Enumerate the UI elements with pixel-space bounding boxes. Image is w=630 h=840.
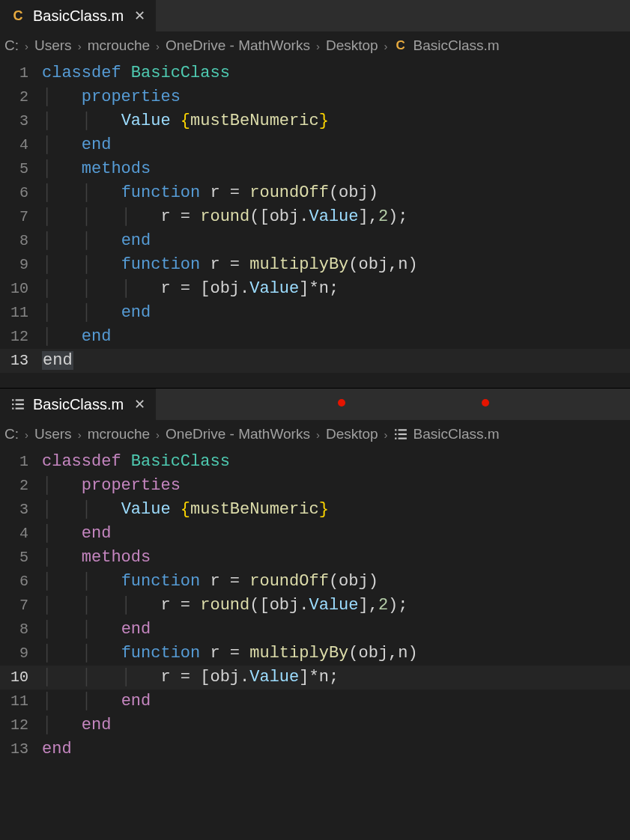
code-text[interactable]: │ │ │ r = round([obj.Value],2); bbox=[42, 205, 408, 229]
line-number[interactable]: 7 bbox=[0, 594, 42, 618]
code-text[interactable]: │ │ function r = roundOff(obj) bbox=[42, 570, 378, 594]
code-text[interactable]: classdef BasicClass bbox=[42, 61, 230, 85]
code-line[interactable]: 4│ end bbox=[0, 133, 630, 157]
line-number[interactable]: 10 bbox=[0, 277, 42, 301]
line-number[interactable]: 2 bbox=[0, 85, 42, 109]
code-text[interactable]: │ │ function r = roundOff(obj) bbox=[42, 181, 378, 205]
code-line[interactable]: 11│ │ end bbox=[0, 301, 630, 325]
code-line[interactable]: 8│ │ end bbox=[0, 618, 630, 642]
code-line[interactable]: 5│ methods bbox=[0, 157, 630, 181]
line-number[interactable]: 4 bbox=[0, 522, 42, 546]
code-line[interactable]: 10│ │ │ r = [obj.Value]*n; bbox=[0, 666, 630, 690]
breadcrumb-segment[interactable]: C: bbox=[4, 426, 19, 442]
close-icon[interactable]: ✕ bbox=[134, 396, 145, 413]
code-text[interactable]: │ │ Value {mustBeNumeric} bbox=[42, 109, 329, 133]
code-line[interactable]: 1classdef BasicClass bbox=[0, 450, 630, 474]
code-editor[interactable]: 1classdef BasicClass2│ properties3│ │ Va… bbox=[0, 61, 630, 388]
breadcrumb-segment[interactable]: C: bbox=[4, 37, 19, 54]
line-number[interactable]: 4 bbox=[0, 133, 42, 157]
code-line[interactable]: 9│ │ function r = multiplyBy(obj,n) bbox=[0, 642, 630, 666]
line-number[interactable]: 5 bbox=[0, 546, 42, 570]
line-number[interactable]: 10 bbox=[0, 666, 42, 690]
line-number[interactable]: 13 bbox=[0, 349, 42, 373]
breadcrumb[interactable]: C:›Users›mcrouche›OneDrive - MathWorks›D… bbox=[0, 420, 630, 450]
code-text[interactable]: │ methods bbox=[42, 546, 151, 570]
code-line[interactable]: 2│ properties bbox=[0, 474, 630, 498]
code-text[interactable]: │ │ Value {mustBeNumeric} bbox=[42, 498, 329, 522]
code-text[interactable]: │ │ function r = multiplyBy(obj,n) bbox=[42, 253, 418, 277]
code-line[interactable]: 7│ │ │ r = round([obj.Value],2); bbox=[0, 205, 630, 229]
code-text[interactable]: │ end bbox=[42, 133, 111, 157]
code-line[interactable]: 9│ │ function r = multiplyBy(obj,n) bbox=[0, 253, 630, 277]
code-text[interactable]: end bbox=[42, 737, 72, 761]
code-line[interactable]: 8│ │ end bbox=[0, 229, 630, 253]
line-number[interactable]: 5 bbox=[0, 157, 42, 181]
line-number[interactable]: 8 bbox=[0, 229, 42, 253]
code-text[interactable]: │ │ end bbox=[42, 229, 151, 253]
line-number[interactable]: 9 bbox=[0, 253, 42, 277]
line-number[interactable]: 7 bbox=[0, 205, 42, 229]
line-number[interactable]: 12 bbox=[0, 713, 42, 737]
code-editor[interactable]: 1classdef BasicClass2│ properties3│ │ Va… bbox=[0, 450, 630, 776]
code-line[interactable]: 6│ │ function r = roundOff(obj) bbox=[0, 181, 630, 205]
line-number[interactable]: 3 bbox=[0, 498, 42, 522]
code-text[interactable]: │ end bbox=[42, 325, 111, 349]
close-icon[interactable]: ✕ bbox=[134, 7, 145, 24]
breadcrumb-segment[interactable]: OneDrive - MathWorks bbox=[166, 37, 310, 54]
line-number[interactable]: 11 bbox=[0, 690, 42, 713]
token-plain bbox=[171, 207, 181, 226]
line-number[interactable]: 9 bbox=[0, 642, 42, 666]
code-text[interactable]: │ │ │ r = [obj.Value]*n; bbox=[42, 666, 339, 690]
breadcrumb-segment[interactable]: mcrouche bbox=[88, 426, 150, 442]
line-number[interactable]: 13 bbox=[0, 737, 42, 761]
code-text[interactable]: │ │ function r = multiplyBy(obj,n) bbox=[42, 642, 418, 666]
code-text[interactable]: end bbox=[42, 349, 73, 373]
code-line[interactable]: 4│ end bbox=[0, 522, 630, 546]
breadcrumb-segment[interactable]: OneDrive - MathWorks bbox=[166, 426, 310, 442]
line-number[interactable]: 1 bbox=[0, 450, 42, 474]
breadcrumb-filename[interactable]: BasicClass.m bbox=[414, 37, 500, 54]
code-text[interactable]: │ end bbox=[42, 522, 111, 546]
code-line[interactable]: 7│ │ │ r = round([obj.Value],2); bbox=[0, 594, 630, 618]
code-line[interactable]: 2│ properties bbox=[0, 85, 630, 109]
code-text[interactable]: │ properties bbox=[42, 85, 181, 109]
code-line[interactable]: 11│ │ end bbox=[0, 690, 630, 713]
breadcrumb-segment[interactable]: mcrouche bbox=[88, 37, 150, 54]
code-line[interactable]: 3│ │ Value {mustBeNumeric} bbox=[0, 109, 630, 133]
code-text[interactable]: │ properties bbox=[42, 474, 181, 498]
code-line[interactable]: 13end bbox=[0, 737, 630, 761]
token-kw: classdef bbox=[42, 452, 121, 471]
code-text[interactable]: classdef BasicClass bbox=[42, 450, 230, 474]
code-line[interactable]: 12│ end bbox=[0, 713, 630, 737]
code-text[interactable]: │ │ end bbox=[42, 618, 151, 642]
code-line[interactable]: 5│ methods bbox=[0, 546, 630, 570]
code-line[interactable]: 10│ │ │ r = [obj.Value]*n; bbox=[0, 277, 630, 301]
line-number[interactable]: 12 bbox=[0, 325, 42, 349]
line-number[interactable]: 6 bbox=[0, 181, 42, 205]
code-text[interactable]: │ │ end bbox=[42, 690, 151, 713]
code-text[interactable]: │ │ │ r = [obj.Value]*n; bbox=[42, 277, 339, 301]
code-line[interactable]: 1classdef BasicClass bbox=[0, 61, 630, 85]
breadcrumb-segment[interactable]: Desktop bbox=[326, 426, 378, 442]
breadcrumb[interactable]: C:›Users›mcrouche›OneDrive - MathWorks›D… bbox=[0, 31, 630, 61]
line-number[interactable]: 6 bbox=[0, 570, 42, 594]
code-line[interactable]: 3│ │ Value {mustBeNumeric} bbox=[0, 498, 630, 522]
editor-tab[interactable]: BasicClass.m✕ bbox=[0, 389, 156, 420]
line-number[interactable]: 2 bbox=[0, 474, 42, 498]
code-line[interactable]: 13end bbox=[0, 349, 630, 373]
line-number[interactable]: 1 bbox=[0, 61, 42, 85]
code-text[interactable]: │ │ end bbox=[42, 301, 151, 325]
breadcrumb-segment[interactable]: Users bbox=[34, 37, 72, 54]
code-text[interactable]: │ methods bbox=[42, 157, 151, 181]
breadcrumb-segment[interactable]: Desktop bbox=[326, 37, 378, 54]
breadcrumb-filename[interactable]: BasicClass.m bbox=[414, 426, 500, 442]
code-text[interactable]: │ │ │ r = round([obj.Value],2); bbox=[42, 594, 408, 618]
editor-tab[interactable]: CBasicClass.m✕ bbox=[0, 0, 156, 31]
line-number[interactable]: 3 bbox=[0, 109, 42, 133]
line-number[interactable]: 11 bbox=[0, 301, 42, 325]
code-text[interactable]: │ end bbox=[42, 713, 111, 737]
line-number[interactable]: 8 bbox=[0, 618, 42, 642]
code-line[interactable]: 12│ end bbox=[0, 325, 630, 349]
breadcrumb-segment[interactable]: Users bbox=[34, 426, 72, 442]
code-line[interactable]: 6│ │ function r = roundOff(obj) bbox=[0, 570, 630, 594]
